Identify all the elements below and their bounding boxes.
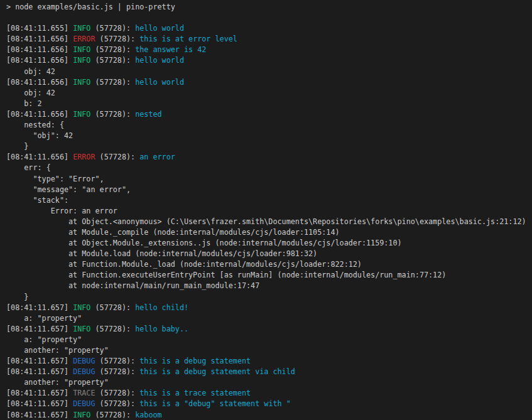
log-level-info: INFO	[73, 78, 90, 87]
stack-trace-line: at Module.load (node:internal/modules/cj…	[6, 249, 532, 259]
log-detail-line: }	[6, 141, 532, 152]
log-level-debug: DEBUG	[73, 399, 95, 408]
log-detail-line: err: {	[6, 163, 532, 173]
log-line: [08:41:11.656] INFO (57728): the answer …	[6, 45, 532, 55]
log-level-debug: DEBUG	[73, 367, 95, 376]
stack-trace: at node:internal/main/run_main_module:17…	[6, 281, 259, 290]
stack-trace-line: at Module._compile (node:internal/module…	[6, 227, 532, 238]
log-detail-line: obj: 42	[6, 67, 532, 77]
log-detail: a: "property"	[6, 335, 82, 344]
log-detail-line: another: "property"	[6, 345, 532, 356]
stack-trace-line: at Object.<anonymous> (C:\Users\frazer.s…	[6, 217, 532, 227]
pid: (57728):	[90, 56, 135, 65]
log-line: [08:41:11.655] INFO (57728): hello world	[6, 23, 532, 34]
timestamp: [08:41:11.656]	[6, 45, 73, 54]
pid: (57728):	[90, 411, 135, 419]
log-message: this is at error level	[139, 35, 237, 43]
log-line: [08:41:11.657] TRACE (57728): this is a …	[6, 388, 532, 399]
log-message: hello baby..	[135, 325, 188, 333]
shell-command-line: > node examples/basic.js | pino-pretty	[6, 2, 532, 13]
log-detail-line: "obj": 42	[6, 131, 532, 141]
log-detail: b: 2	[6, 99, 42, 108]
log-line: [08:41:11.657] INFO (57728): hello baby.…	[6, 324, 532, 335]
log-detail: }	[6, 293, 28, 301]
blank-line	[6, 13, 532, 23]
stack-trace: at Module.load (node:internal/modules/cj…	[6, 249, 317, 258]
log-line: [08:41:11.657] INFO (57728): hello child…	[6, 303, 532, 313]
pid: (57728):	[95, 357, 140, 365]
timestamp: [08:41:11.656]	[6, 153, 73, 161]
log-detail-line: another: "property"	[6, 377, 532, 388]
timestamp: [08:41:11.657]	[6, 303, 73, 312]
log-message: this is a debug statement via child	[139, 367, 295, 376]
log-level-info: INFO	[73, 45, 90, 54]
log-line: [08:41:11.656] ERROR (57728): this is at…	[6, 34, 532, 45]
log-message: nested	[135, 110, 161, 119]
pid: (57728):	[95, 35, 140, 43]
stack-trace: at Object.Module._extensions..js (node:i…	[6, 239, 402, 247]
stack-trace: at Function.Module._load (node:internal/…	[6, 260, 362, 269]
timestamp: [08:41:11.656]	[6, 78, 73, 87]
terminal-window[interactable]: > node examples/basic.js | pino-pretty […	[0, 0, 532, 420]
pid: (57728):	[90, 110, 135, 119]
log-level-error: ERROR	[73, 153, 95, 161]
stack-trace: at Object.<anonymous> (C:\Users\frazer.s…	[6, 217, 526, 226]
timestamp: [08:41:11.657]	[6, 367, 73, 376]
stack-trace-line: at Function.Module._load (node:internal/…	[6, 259, 532, 270]
stack-trace-line: at Object.Module._extensions..js (node:i…	[6, 238, 532, 249]
log-line: [08:41:11.657] DEBUG (57728): this is a …	[6, 399, 532, 409]
log-level-error: ERROR	[73, 35, 95, 43]
stack-trace: at Function.executeUserEntryPoint [as ru…	[6, 271, 446, 279]
pid: (57728):	[95, 367, 140, 376]
stack-trace-line: at Function.executeUserEntryPoint [as ru…	[6, 270, 532, 281]
log-line: [08:41:11.656] INFO (57728): hello world	[6, 77, 532, 88]
log-detail: obj: 42	[6, 89, 55, 97]
timestamp: [08:41:11.657]	[6, 389, 73, 397]
log-level-info: INFO	[73, 411, 90, 419]
log-detail: obj: 42	[6, 67, 55, 76]
log-line: [08:41:11.657] DEBUG (57728): this is a …	[6, 367, 532, 377]
log-level-info: INFO	[73, 110, 90, 119]
log-detail: }	[6, 142, 28, 151]
log-level-debug: DEBUG	[73, 357, 95, 365]
log-detail-line: obj: 42	[6, 88, 532, 99]
timestamp: [08:41:11.657]	[6, 357, 73, 365]
log-detail-line: }	[6, 292, 532, 303]
log-detail: "obj": 42	[6, 131, 73, 140]
log-message: hello child!	[135, 303, 188, 312]
log-detail: "message": "an error",	[6, 185, 131, 194]
log-detail: err: {	[6, 163, 51, 172]
timestamp: [08:41:11.655]	[6, 24, 73, 33]
log-message: hello world	[135, 56, 184, 65]
pid: (57728):	[90, 24, 135, 33]
timestamp: [08:41:11.656]	[6, 110, 73, 119]
stack-trace-line: Error: an error	[6, 206, 532, 217]
pid: (57728):	[90, 78, 135, 87]
log-detail: a: "property"	[6, 314, 82, 323]
log-level-trace: TRACE	[73, 389, 95, 397]
log-message: kaboom	[135, 411, 161, 419]
log-message: an error	[139, 153, 175, 161]
timestamp: [08:41:11.657]	[6, 325, 73, 333]
shell-command: > node examples/basic.js | pino-pretty	[6, 3, 175, 11]
log-message: this is a trace statement	[139, 389, 251, 397]
terminal-output: > node examples/basic.js | pino-pretty […	[6, 2, 532, 420]
log-detail: another: "property"	[6, 378, 109, 387]
log-line: [08:41:11.657] DEBUG (57728): this is a …	[6, 356, 532, 367]
log-message: this is a debug statement	[139, 357, 251, 365]
stack-trace: at Module._compile (node:internal/module…	[6, 228, 340, 237]
log-detail-line: a: "property"	[6, 335, 532, 345]
timestamp: [08:41:11.657]	[6, 411, 73, 419]
log-message: hello world	[135, 78, 184, 87]
log-message: the answer is 42	[135, 45, 206, 54]
log-message: hello world	[135, 24, 184, 33]
log-level-info: INFO	[73, 56, 90, 65]
log-detail-line: a: "property"	[6, 313, 532, 324]
timestamp: [08:41:11.656]	[6, 56, 73, 65]
log-level-info: INFO	[73, 24, 90, 33]
log-level-info: INFO	[73, 325, 90, 333]
timestamp: [08:41:11.657]	[6, 399, 73, 408]
stack-trace-line: at node:internal/main/run_main_module:17…	[6, 281, 532, 291]
log-detail-line: nested: {	[6, 120, 532, 131]
log-line: [08:41:11.657] INFO (57728): kaboom	[6, 410, 532, 420]
